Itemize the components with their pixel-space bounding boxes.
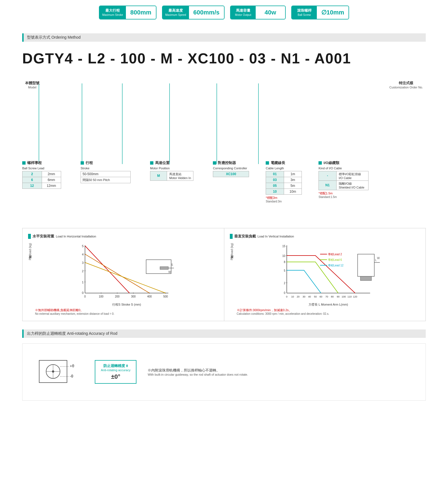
motor-position-table: M馬達直結Motor Hidden In: [150, 171, 193, 181]
svg-text:4: 4: [82, 253, 84, 256]
cable-length-table: 011m 033m 055m 1010m: [266, 171, 302, 195]
spec-max-stroke-value: 800mm: [126, 7, 156, 18]
svg-text:2: 2: [82, 269, 84, 273]
accuracy-value: ±0°: [101, 373, 130, 380]
svg-text:200: 200: [115, 295, 120, 298]
stroke-en: Stroke: [81, 167, 131, 170]
svg-text:S: S: [171, 263, 173, 266]
anti-rotate-note-zh: ※內附滾珠滑軌機構，所以推桿軸心不迴轉。: [148, 368, 248, 373]
svg-text:2: 2: [284, 282, 285, 285]
vertical-chart-half: 垂直安裝負載 Load In Vertical Installation 荷重 …: [224, 228, 426, 321]
model-label: 本體型號 Model: [25, 81, 39, 89]
spec-motor-output: 馬達容量 Motor Output 40w: [230, 6, 286, 19]
ball-screw-lead-table: 22mm 66mm 1212mm: [22, 171, 61, 189]
vertical-note: ※計算條件:3000rpm/min，加減速0.2s。: [237, 308, 420, 312]
spec-ball-screw-en: Ball Screw: [295, 13, 314, 17]
svg-text:110: 110: [347, 295, 352, 298]
svg-text:+θ: +θ: [70, 364, 74, 368]
svg-text:100: 100: [342, 295, 346, 298]
svg-text:5: 5: [284, 269, 285, 272]
cable-length-title: 電纜線長: [266, 160, 302, 165]
svg-text:40: 40: [308, 295, 311, 298]
svg-text:導程Lead 6: 導程Lead 6: [328, 258, 342, 261]
vertical-chart-title: 垂直安裝負載 Load In Vertical Installation: [230, 234, 420, 239]
io-cable-block: I/O線纜類 Kind of I/O Cable -標準I/O彩虹排線I/O C…: [318, 160, 369, 199]
spec-ball-screw-value: ∅10mm: [317, 7, 349, 18]
spec-max-speed-value: 600mm/s: [189, 7, 224, 18]
io-cable-note-en: Standard:1.5m: [318, 195, 369, 199]
svg-text:80: 80: [331, 295, 333, 298]
anti-rotate-section-label: 出力桿的防止迴轉精度 Anti-rotating Accuracy of Rod: [27, 331, 117, 336]
accuracy-zh: 防止迴轉精度 θ: [101, 363, 130, 368]
vertical-svg-area: 15 10 8 5 2 0 0 10 20 30 40: [237, 243, 420, 315]
svg-text:導程Lead 12: 導程Lead 12: [328, 264, 344, 267]
vertical-y-label: 荷重 Payload (kg): [230, 243, 234, 261]
svg-rect-76: [357, 254, 374, 276]
spec-max-speed-zh: 最高速度: [165, 8, 186, 13]
horizontal-chart-title: 水平安裝荷重 Load In Horizontal Installation: [28, 234, 218, 239]
svg-text:30: 30: [302, 295, 305, 298]
io-cable-title: I/O線纜類: [318, 160, 369, 165]
spec-max-stroke: 最大行程 Maximum Stroke 800mm: [99, 6, 156, 19]
vertical-note-en: Calculation conditions: 3000 rpm / min, …: [237, 312, 420, 315]
controller-en: Corresponding Controller: [213, 167, 249, 170]
spec-max-speed-en: Maximum Speed: [165, 13, 186, 17]
horizontal-chart-container: 荷重 Payload (kg) 5 4 3 2 1: [28, 243, 218, 315]
stroke-table: 50-500mm 間隔50 50 mm Pitch: [81, 171, 131, 183]
spec-max-stroke-zh: 最大行程: [102, 8, 123, 13]
svg-line-37: [85, 254, 150, 293]
motor-position-block: 馬達位置 Motor Position M馬達直結Motor Hidden In: [150, 160, 193, 181]
svg-text:L: L: [375, 259, 377, 262]
svg-text:0: 0: [284, 291, 285, 294]
io-cable-note: *標配1.5m: [318, 191, 369, 195]
svg-text:400: 400: [147, 295, 152, 298]
horizontal-svg-area: 5 4 3 2 1 0 0 100 200: [35, 243, 218, 315]
spec-ball-screw-zh: 滾珠螺桿: [295, 8, 314, 13]
vertical-chart-container: 荷重 Payload (kg) 15 10 8 5 2: [230, 243, 420, 315]
accuracy-box: 防止迴轉精度 θ Anti-rotating accuracy ±0°: [95, 360, 136, 384]
charts-section: 水平安裝荷重 Load In Horizontal Installation 荷…: [22, 228, 426, 321]
anti-rotate-diagram: +θ -θ: [34, 355, 84, 389]
model-code: DGTY4 - L2 - 100 - M - XC100 - 03 - N1 -…: [22, 47, 426, 67]
svg-text:10: 10: [282, 254, 285, 257]
svg-text:導程Lead 2: 導程Lead 2: [328, 253, 342, 256]
io-cable-table: -標準I/O彩虹排線I/O Cable N1隔離I/O線Shielded I/O…: [318, 171, 369, 190]
vertical-chart-svg: 15 10 8 5 2 0 0 10 20 30 40: [237, 243, 420, 304]
controller-table: XC100: [213, 171, 249, 177]
ball-screw-lead-block: 螺桿導程 Ball Screw Lead 22mm 66mm 1212mm: [22, 160, 61, 189]
spec-motor-output-en: Motor Output: [233, 13, 253, 17]
cross-section-svg: +θ -θ: [34, 355, 84, 388]
svg-text:20: 20: [297, 295, 299, 298]
svg-text:3: 3: [82, 261, 84, 264]
cable-length-note-en: Standard:3m: [266, 200, 302, 203]
custom-label: 特注式樣 Customization Order No.: [389, 81, 423, 89]
anti-rotate-section-header: 出力桿的防止迴轉精度 Anti-rotating Accuracy of Rod: [22, 329, 426, 338]
cable-length-en: Cable Length: [266, 167, 302, 170]
cable-length-note: *標配3m: [266, 196, 302, 200]
svg-text:0: 0: [286, 295, 287, 298]
accuracy-en: Anti-rotating accuracy: [101, 368, 130, 372]
anti-rotate-note-en: With built-in circular guideway, so the …: [148, 373, 248, 376]
ball-screw-lead-en: Ball Screw Lead: [22, 167, 61, 170]
spec-motor-output-value: 40w: [256, 7, 285, 18]
svg-text:0: 0: [82, 291, 84, 294]
stroke-title: 行程: [81, 160, 131, 165]
svg-text:5: 5: [82, 244, 84, 248]
horizontal-note: ※無外部輔助機構,負載延伸距離0。: [35, 308, 218, 312]
svg-text:70: 70: [325, 295, 328, 298]
svg-text:120: 120: [353, 295, 357, 298]
horizontal-note-en: No external auxiliary mechanism, extensi…: [35, 312, 218, 315]
svg-text:60: 60: [319, 295, 322, 298]
spec-max-speed: 最高速度 Maximum Speed 600mm/s: [162, 6, 225, 19]
spec-ball-screw: 滾珠螺桿 Ball Screw ∅10mm: [291, 6, 349, 19]
svg-line-36: [85, 246, 130, 293]
specs-bar: 最大行程 Maximum Stroke 800mm 最高速度 Maximum S…: [0, 0, 448, 25]
svg-text:-θ: -θ: [70, 374, 73, 378]
svg-text:15: 15: [282, 245, 285, 248]
controller-title: 對應控制器: [213, 160, 249, 165]
cable-length-block: 電纜線長 Cable Length 011m 033m 055m 1010m *…: [266, 160, 302, 203]
svg-text:100: 100: [99, 295, 103, 298]
svg-text:500: 500: [163, 295, 168, 298]
ball-screw-lead-title: 螺桿導程: [22, 160, 61, 165]
svg-text:1: 1: [82, 281, 84, 284]
